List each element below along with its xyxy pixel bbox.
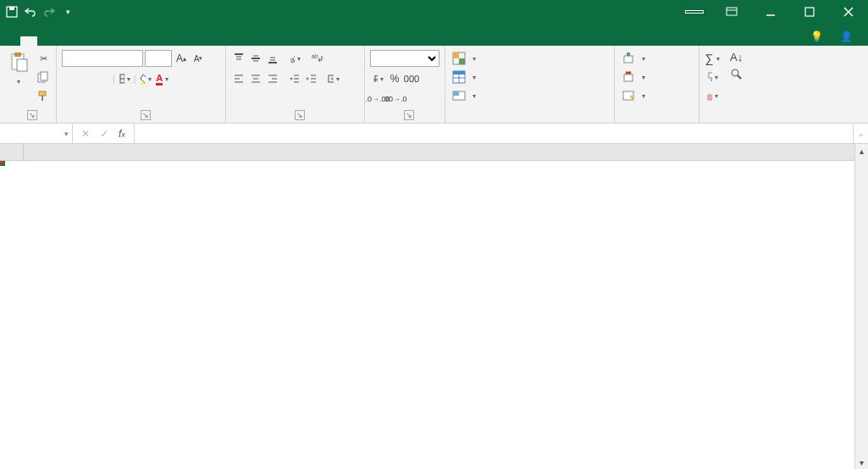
tab-formulas[interactable]: [71, 36, 88, 46]
title-bar: ▾: [0, 0, 868, 24]
increase-indent-icon[interactable]: [304, 71, 319, 86]
tab-file[interactable]: [3, 36, 20, 46]
autosum-icon[interactable]: ∑: [705, 51, 720, 66]
fill-icon[interactable]: [705, 69, 720, 85]
merge-center-icon[interactable]: [326, 71, 341, 86]
number-format-select[interactable]: [370, 50, 440, 67]
clear-icon[interactable]: [705, 88, 720, 103]
group-font: A▴ A▾ | | A ↘: [57, 46, 226, 123]
ribbon-tabs: 💡 👤: [0, 24, 868, 46]
fill-handle[interactable]: [0, 161, 5, 166]
tab-help[interactable]: [156, 36, 173, 46]
cond-format-icon: [452, 52, 466, 65]
decrease-decimal-icon[interactable]: .00→.0: [387, 91, 402, 107]
quick-access-toolbar: ▾: [0, 5, 80, 19]
decrease-indent-icon[interactable]: [287, 71, 302, 86]
enter-formula-icon[interactable]: ✓: [100, 128, 108, 140]
bold-button[interactable]: [62, 71, 77, 86]
cut-icon[interactable]: ✂: [36, 51, 51, 66]
bulb-icon: 💡: [810, 30, 823, 42]
accounting-format-icon[interactable]: ₽: [370, 71, 385, 86]
paste-button[interactable]: ▾: [5, 49, 32, 87]
spreadsheet-grid: ▴ ▾: [0, 144, 868, 469]
tab-data[interactable]: [88, 36, 105, 46]
align-bottom-icon[interactable]: [265, 51, 280, 66]
alignment-launcher-icon[interactable]: ↘: [295, 110, 305, 120]
font-launcher-icon[interactable]: ↘: [141, 110, 151, 120]
qat-dropdown-icon[interactable]: ▾: [61, 5, 75, 19]
svg-text:ab: ab: [312, 53, 318, 59]
tab-insert[interactable]: [37, 36, 54, 46]
svg-text:₽: ₽: [373, 74, 378, 84]
maximize-icon[interactable]: [790, 0, 829, 24]
comma-style-icon[interactable]: 000: [404, 71, 419, 86]
scroll-up-icon[interactable]: ▴: [855, 144, 868, 157]
save-icon[interactable]: [5, 5, 19, 19]
ribbon-display-icon[interactable]: [712, 0, 751, 24]
sign-in-button[interactable]: [685, 10, 704, 14]
svg-rect-12: [41, 72, 47, 80]
cell-styles-button[interactable]: ▾: [451, 86, 609, 105]
undo-icon[interactable]: [24, 5, 37, 19]
name-box[interactable]: ▾: [0, 124, 73, 143]
conditional-formatting-button[interactable]: ▾: [451, 49, 609, 68]
wrap-text-icon[interactable]: ab: [309, 51, 324, 66]
minimize-icon[interactable]: [751, 0, 790, 24]
font-color-icon[interactable]: A: [155, 71, 170, 86]
fx-icon[interactable]: fx: [119, 128, 125, 140]
insert-cells-button[interactable]: ▾: [620, 49, 694, 68]
expand-formula-bar-icon[interactable]: ⌵: [853, 124, 868, 143]
borders-icon[interactable]: [117, 71, 132, 86]
format-cells-button[interactable]: ▾: [620, 86, 694, 105]
group-clipboard: ▾ ✂ ↘: [0, 46, 57, 123]
format-as-table-button[interactable]: ▾: [451, 68, 609, 86]
align-top-icon[interactable]: [231, 51, 246, 66]
formula-input[interactable]: [140, 127, 848, 141]
italic-button[interactable]: [79, 71, 94, 86]
align-right-icon[interactable]: [265, 71, 280, 86]
clipboard-launcher-icon[interactable]: ↘: [27, 110, 37, 120]
svg-rect-63: [708, 95, 712, 100]
select-all-corner[interactable]: [0, 144, 24, 160]
underline-button[interactable]: [96, 71, 111, 86]
increase-font-icon[interactable]: A▴: [174, 51, 189, 66]
svg-rect-58: [624, 74, 633, 81]
format-cell-icon: [622, 89, 635, 102]
cancel-formula-icon[interactable]: ✕: [81, 128, 90, 140]
svg-rect-49: [459, 58, 465, 64]
find-select-button[interactable]: [728, 66, 745, 83]
find-icon: [730, 68, 744, 81]
delete-cells-button[interactable]: ▾: [620, 68, 694, 86]
redo-icon[interactable]: [42, 5, 56, 19]
tab-review[interactable]: [105, 36, 122, 46]
decrease-font-icon[interactable]: A▾: [191, 51, 206, 66]
share-button[interactable]: 👤: [835, 27, 861, 46]
scroll-down-icon[interactable]: ▾: [855, 455, 868, 469]
paste-icon: [7, 51, 30, 74]
share-icon: 👤: [840, 30, 853, 42]
orientation-icon[interactable]: ab: [287, 51, 302, 66]
tab-page-layout[interactable]: [54, 36, 71, 46]
number-launcher-icon[interactable]: ↘: [404, 110, 414, 120]
insert-cell-icon: [622, 52, 635, 65]
vertical-scrollbar[interactable]: ▴ ▾: [854, 144, 868, 469]
svg-rect-5: [805, 8, 814, 16]
tab-home[interactable]: [20, 36, 37, 46]
name-box-input[interactable]: [3, 127, 54, 141]
format-painter-icon[interactable]: [36, 88, 51, 103]
svg-rect-1: [9, 7, 14, 10]
tell-me-button[interactable]: 💡: [805, 27, 832, 46]
tab-developer[interactable]: [139, 36, 156, 46]
fill-color-icon[interactable]: [138, 71, 153, 86]
tab-view[interactable]: [122, 36, 139, 46]
align-center-icon[interactable]: [248, 71, 263, 86]
font-size-input[interactable]: [145, 50, 172, 67]
percent-icon[interactable]: %: [387, 71, 402, 86]
copy-icon[interactable]: [36, 69, 51, 85]
close-icon[interactable]: [829, 0, 868, 24]
sort-filter-icon: A↓: [730, 51, 744, 64]
align-middle-icon[interactable]: [248, 51, 263, 66]
align-left-icon[interactable]: [231, 71, 246, 86]
sort-filter-button[interactable]: A↓: [728, 49, 745, 66]
font-name-input[interactable]: [62, 50, 143, 67]
